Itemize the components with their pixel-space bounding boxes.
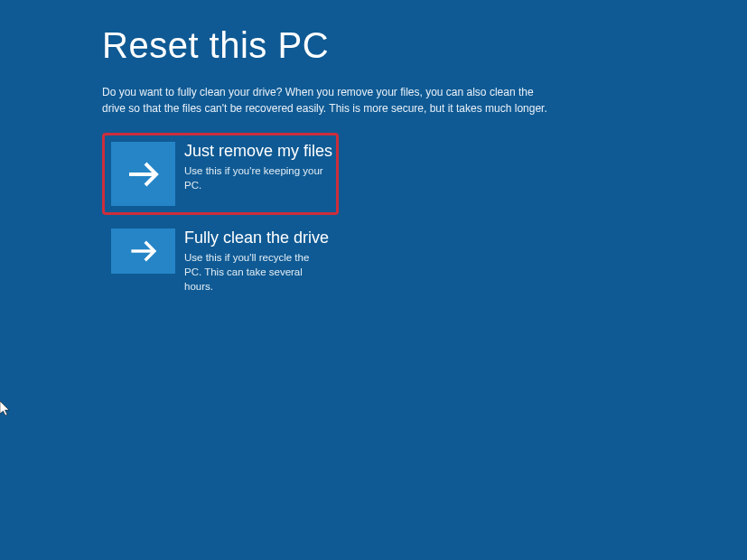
arrow-right-icon [111, 142, 175, 206]
option-fully-clean-drive[interactable]: Fully clean the drive Use this if you'll… [102, 219, 333, 303]
mouse-cursor-icon [0, 401, 13, 421]
option-title: Fully clean the drive [184, 229, 329, 247]
page-title: Reset this PC [102, 25, 747, 66]
option-description: Use this if you're keeping your PC. [184, 163, 332, 192]
option-just-remove-files[interactable]: Just remove my files Use this if you're … [102, 133, 339, 215]
option-title: Just remove my files [184, 142, 332, 161]
main-content: Reset this PC Do you want to fully clean… [0, 0, 747, 303]
option-text-group: Fully clean the drive Use this if you'll… [175, 229, 329, 294]
option-description: Use this if you'll recycle the PC. This … [184, 250, 329, 294]
page-description: Do you want to fully clean your drive? W… [102, 84, 554, 117]
arrow-right-icon [111, 229, 175, 274]
option-text-group: Just remove my files Use this if you're … [175, 142, 332, 192]
